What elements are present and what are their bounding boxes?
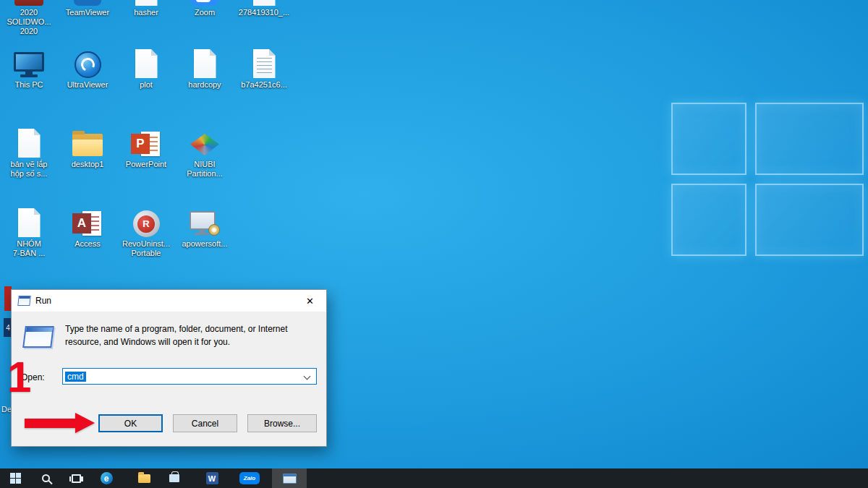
partial-icon-label: 4 [6, 324, 10, 332]
chevron-down-icon[interactable] [304, 373, 311, 380]
desktop-icon-label: plot [140, 80, 153, 90]
open-combobox[interactable]: cmd [62, 368, 317, 385]
browse-button[interactable]: Browse... [247, 414, 317, 432]
desktop-icon-teamviewer[interactable]: TeamViewer [60, 0, 115, 17]
edge-icon: e [101, 472, 113, 484]
zalo-icon: Zalo [239, 472, 260, 484]
search-button[interactable] [30, 468, 61, 488]
close-icon[interactable]: ✕ [294, 290, 326, 312]
task-view-button[interactable] [61, 468, 91, 488]
word-button[interactable]: W [197, 468, 227, 488]
this-pc-icon [14, 52, 44, 78]
folder-icon [72, 134, 103, 156]
desktop-icon-label: 278419310_... [239, 8, 289, 17]
dialog-title: Run [35, 296, 51, 306]
file-explorer-button[interactable] [129, 468, 159, 488]
annotation-arrow-icon [25, 413, 95, 433]
desktop-icon-278419310[interactable]: 278419310_... [237, 0, 292, 17]
desktop-icon-b7a4251c6[interactable]: b7a4251c6... [237, 43, 292, 90]
document-icon [18, 208, 41, 237]
desktop-icon-hardcopy[interactable]: hardcopy [177, 43, 232, 90]
start-button[interactable] [0, 468, 30, 488]
desktop-icon-desktop1[interactable]: desktop1 [60, 123, 115, 169]
desktop-icon-ban-ve-lap[interactable]: bản vẽ lắp hộp số s... [1, 123, 56, 179]
powerpoint-letter: P [131, 134, 150, 154]
store-button[interactable] [159, 468, 190, 488]
ultraviewer-icon [75, 51, 101, 78]
arrow-shaft [25, 419, 75, 428]
desktop-icon-label: UltraViewer [67, 80, 109, 90]
desktop-icon-label: apowersoft... [182, 239, 228, 249]
desktop-icon-label: 2020 SOLIDWO... 2020 [7, 8, 51, 36]
desktop-icon-zoom[interactable]: Zoom [177, 0, 232, 17]
text-document-icon [253, 49, 276, 78]
desktop-icon-niubi[interactable]: NIUBI Partition... [177, 123, 232, 179]
edge-button[interactable]: e [91, 468, 122, 488]
desktop-icon-powerpoint[interactable]: P PowerPoint [119, 123, 174, 169]
desktop-icon-label: NHÓM 7-BÀN ... [13, 239, 46, 258]
windows-logo-pane [755, 184, 864, 256]
desktop-icon-access[interactable]: A Access [60, 202, 115, 249]
run-dialog-title-bar[interactable]: Run [12, 290, 326, 312]
document-icon [135, 0, 158, 6]
desktop-icon-label: Access [75, 239, 100, 249]
document-icon [194, 49, 216, 78]
desktop-icon-plot[interactable]: plot [119, 43, 174, 90]
apowersoft-icon [190, 211, 220, 237]
combobox-value: cmd [65, 372, 86, 382]
teamviewer-icon [74, 0, 101, 6]
task-view-icon [72, 474, 81, 483]
niubi-partition-icon [190, 134, 219, 155]
document-icon [253, 0, 276, 6]
access-icon: A [72, 211, 103, 237]
desktop-icon-hasher[interactable]: hasher [119, 0, 174, 17]
cancel-button[interactable]: Cancel [173, 414, 237, 432]
desktop-icon-solidworks[interactable]: 2020 SOLIDWO... 2020 [1, 0, 56, 36]
run-window-icon [17, 296, 30, 306]
desktop-icon-label: bản vẽ lắp hộp số s... [11, 160, 48, 179]
windows-logo-pane [755, 103, 864, 175]
windows-wallpaper-logo [671, 103, 868, 263]
run-program-icon [22, 326, 54, 348]
desktop-icon-label: RevoUninst... Portable [122, 239, 170, 258]
run-taskbar-button[interactable] [272, 468, 307, 488]
solidworks-icon [14, 0, 43, 6]
access-letter: A [72, 213, 91, 234]
desktop-icon-label: This PC [14, 80, 43, 90]
zalo-button[interactable]: Zalo [234, 468, 265, 488]
arrow-head [75, 413, 95, 433]
desktop-icon-ultraviewer[interactable]: UltraViewer [60, 43, 115, 90]
desktop-icon-label: hasher [134, 8, 158, 17]
powerpoint-icon: P [131, 132, 161, 158]
word-icon: W [206, 472, 218, 484]
search-icon [42, 474, 50, 482]
zoom-icon [191, 0, 218, 6]
desktop-icon-label: hardcopy [188, 80, 221, 90]
run-dialog-message: Type the name of a program, folder, docu… [65, 322, 314, 348]
revo-letter: R [137, 215, 155, 233]
document-icon [135, 49, 158, 78]
ok-button[interactable]: OK [98, 414, 163, 432]
document-icon [18, 129, 41, 158]
desktop-icon-apowersoft[interactable]: apowersoft... [177, 202, 232, 249]
annotation-step-number: 1 [7, 356, 31, 399]
windows-logo-pane [671, 184, 746, 256]
desktop-icon-label: b7a4251c6... [241, 80, 287, 90]
windows-logo-pane [671, 103, 746, 175]
store-icon [169, 474, 179, 482]
desktop-icon-label: NIUBI Partition... [187, 160, 223, 179]
desktop-icon-label: Zoom [195, 8, 215, 17]
file-explorer-icon [138, 474, 150, 483]
desktop-icon-nhom-7[interactable]: NHÓM 7-BÀN ... [1, 202, 56, 258]
desktop-icon-revo-uninstaller[interactable]: R RevoUninst... Portable [119, 202, 174, 258]
desktop-icon-this-pc[interactable]: This PC [1, 43, 56, 90]
taskbar: e W Zalo [0, 468, 868, 488]
desktop-icon-label: PowerPoint [126, 160, 166, 169]
run-window-icon [283, 474, 297, 484]
revo-uninstaller-icon: R [133, 210, 160, 237]
desktop-icon-label: desktop1 [72, 160, 104, 169]
windows-start-icon [10, 473, 21, 484]
desktop-icon-label: TeamViewer [66, 8, 109, 17]
